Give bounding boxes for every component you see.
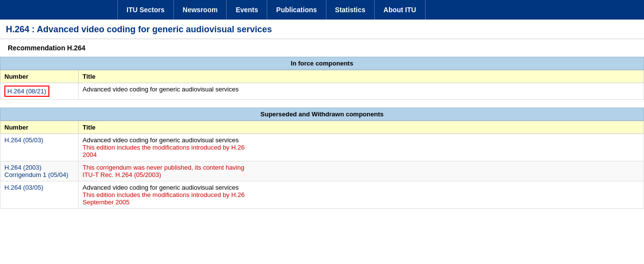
superseded-table: Number Title H.264 (05/03)Advanced video… bbox=[0, 121, 644, 209]
number-link[interactable]: H.264 (08/21) bbox=[7, 88, 46, 95]
nav-events[interactable]: Events bbox=[227, 0, 267, 20]
title-cell: Advanced video coding for generic audiov… bbox=[79, 83, 644, 100]
title-red-text: This edition includes the modifications … bbox=[83, 191, 245, 198]
in-force-col-number: Number bbox=[0, 70, 79, 83]
title-cell: This corrigendum was never published, it… bbox=[79, 161, 644, 181]
superseded-header-row: Number Title bbox=[0, 121, 644, 134]
title-text: Advanced video coding for generic audiov… bbox=[83, 136, 238, 144]
table-row: H.264 (2003) Corrigendum 1 (05/04)This c… bbox=[0, 161, 644, 181]
superseded-section: Superseded and Withdrawn components Numb… bbox=[0, 108, 644, 209]
number-cell: H.264 (05/03) bbox=[0, 134, 79, 161]
in-force-col-title: Title bbox=[79, 70, 644, 83]
in-force-section: In force components Number Title H.264 (… bbox=[0, 57, 644, 100]
rec-label: Recommendation H.264 bbox=[0, 39, 644, 57]
nav-publications[interactable]: Publications bbox=[267, 0, 326, 20]
in-force-header: In force components bbox=[0, 57, 644, 70]
section-gap-1 bbox=[0, 100, 644, 108]
nav-newsroom[interactable]: Newsroom bbox=[174, 0, 227, 20]
nav-itu-sectors[interactable]: ITU Sectors bbox=[117, 0, 174, 20]
superseded-col-number: Number bbox=[0, 121, 79, 134]
navigation-bar: ITU Sectors Newsroom Events Publications… bbox=[0, 0, 644, 20]
number-cell: H.264 (08/21) bbox=[0, 83, 79, 100]
table-row: H.264 (08/21)Advanced video coding for g… bbox=[0, 83, 644, 100]
in-force-header-row: Number Title bbox=[0, 70, 644, 83]
title-text: Advanced video coding for generic audiov… bbox=[83, 184, 238, 191]
title-red-text-2: 2004 bbox=[83, 151, 97, 158]
superseded-col-title: Title bbox=[79, 121, 644, 134]
table-row: H.264 (05/03)Advanced video coding for g… bbox=[0, 134, 644, 161]
number-link[interactable]: H.264 (05/03) bbox=[4, 136, 43, 144]
number-cell: H.264 (2003) Corrigendum 1 (05/04) bbox=[0, 161, 79, 181]
title-red-text: This edition includes the modifications … bbox=[83, 144, 245, 151]
page-title: H.264 : Advanced video coding for generi… bbox=[0, 20, 644, 39]
title-red-text-2: September 2005 bbox=[83, 198, 129, 206]
in-force-table: Number Title H.264 (08/21)Advanced video… bbox=[0, 70, 644, 100]
number-link[interactable]: H.264 (03/05) bbox=[4, 184, 43, 191]
nav-statistics[interactable]: Statistics bbox=[326, 0, 375, 20]
table-row: H.264 (03/05)Advanced video coding for g… bbox=[0, 181, 644, 209]
number-link[interactable]: H.264 (2003) Corrigendum 1 (05/04) bbox=[4, 164, 68, 178]
title-cell: Advanced video coding for generic audiov… bbox=[79, 181, 644, 209]
title-red-text: This corrigendum was never published, it… bbox=[83, 164, 244, 171]
number-cell: H.264 (03/05) bbox=[0, 181, 79, 209]
title-cell: Advanced video coding for generic audiov… bbox=[79, 134, 644, 161]
title-red-text-2: ITU-T Rec. H.264 (05/2003) bbox=[83, 171, 161, 178]
superseded-header: Superseded and Withdrawn components bbox=[0, 108, 644, 121]
nav-about-itu[interactable]: About ITU bbox=[375, 0, 426, 20]
